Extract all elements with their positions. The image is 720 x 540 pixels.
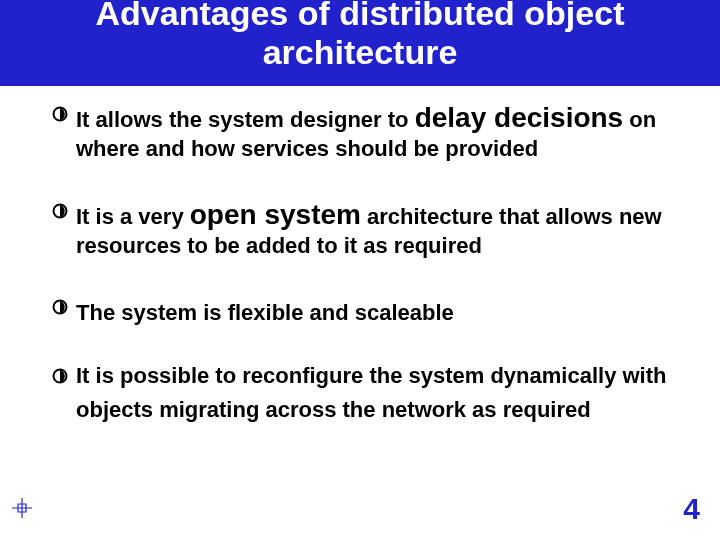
page-number: 4 [683,492,700,526]
text-pre: The system is flexible and scaleable [76,300,454,325]
content-area: It allows the system designer to delay d… [0,86,720,425]
list-item: It is possible to reconfigure the system… [52,362,684,425]
text-emph: open system [190,199,361,230]
bullet-icon [52,203,68,219]
bullet-icon [52,299,68,315]
list-item-text: It allows the system designer to delay d… [76,100,684,163]
list-item: It allows the system designer to delay d… [52,100,684,163]
list-item: The system is flexible and scaleable [52,293,684,328]
footer-icon [10,496,34,524]
footer: 4 [0,494,720,526]
list-item-text: It is possible to reconfigure the system… [76,362,684,425]
text-pre: It is a very [76,204,190,229]
slide: Advantages of distributed object archite… [0,0,720,534]
list-item: It is a very open system architecture th… [52,197,684,260]
bullet-icon [52,368,68,384]
text-emph: delay decisions [415,102,624,133]
text-pre: It is possible to reconfigure the system… [76,363,667,422]
list-item-text: The system is flexible and scaleable [76,293,454,328]
text-pre: It allows the system designer to [76,107,415,132]
title-bar: Advantages of distributed object archite… [0,0,720,86]
slide-title: Advantages of distributed object archite… [40,0,680,72]
list-item-text: It is a very open system architecture th… [76,197,684,260]
bullet-icon [52,106,68,122]
